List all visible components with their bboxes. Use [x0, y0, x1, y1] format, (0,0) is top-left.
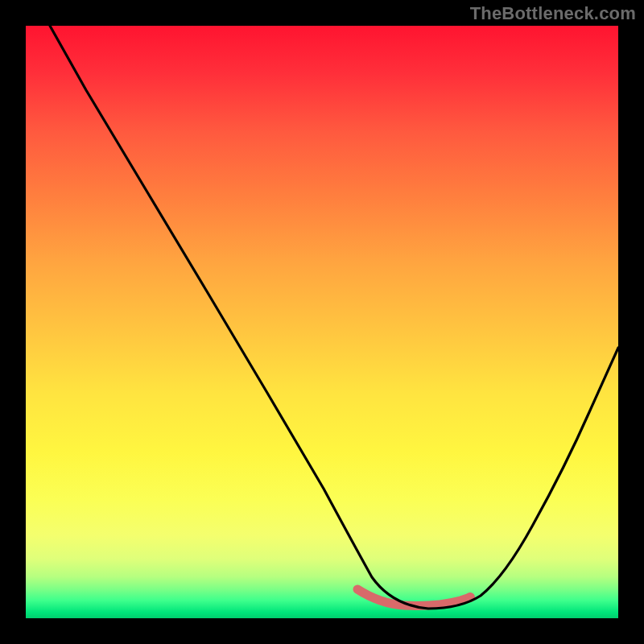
watermark-text: TheBottleneck.com: [470, 3, 636, 24]
highlight-optimal-range: [357, 589, 470, 605]
chart-frame: TheBottleneck.com: [0, 0, 644, 644]
plot-area: [26, 26, 618, 618]
bottleneck-curve: [50, 26, 618, 609]
chart-svg: [26, 26, 618, 618]
